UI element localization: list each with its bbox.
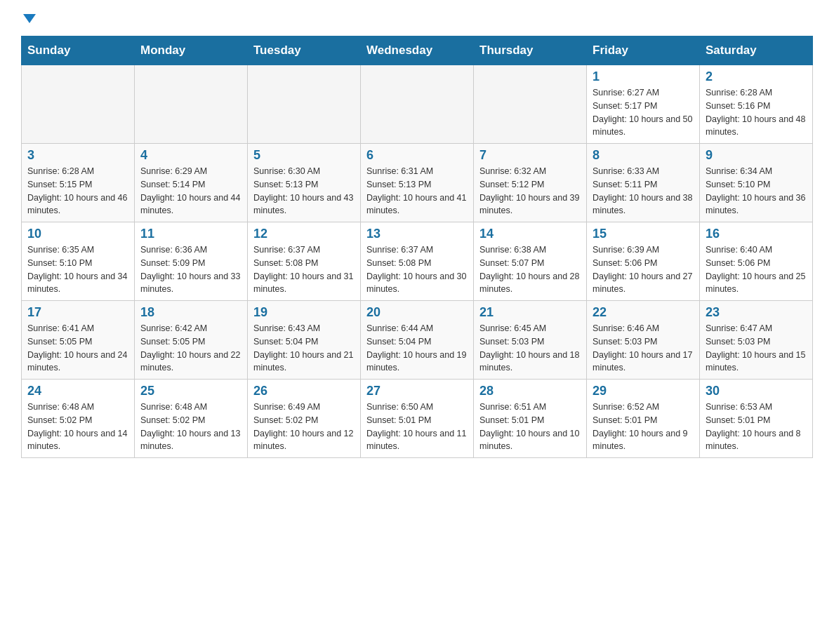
calendar-header-tuesday: Tuesday xyxy=(248,36,361,65)
calendar-cell: 23Sunrise: 6:47 AM Sunset: 5:03 PM Dayli… xyxy=(700,301,813,380)
calendar-cell: 25Sunrise: 6:48 AM Sunset: 5:02 PM Dayli… xyxy=(135,380,248,458)
calendar-cell: 16Sunrise: 6:40 AM Sunset: 5:06 PM Dayli… xyxy=(700,222,813,301)
day-info: Sunrise: 6:50 AM Sunset: 5:01 PM Dayligh… xyxy=(366,401,468,453)
day-info: Sunrise: 6:31 AM Sunset: 5:13 PM Dayligh… xyxy=(366,165,468,217)
calendar-cell: 29Sunrise: 6:52 AM Sunset: 5:01 PM Dayli… xyxy=(587,380,700,458)
day-number: 3 xyxy=(27,148,128,163)
day-number: 26 xyxy=(253,384,355,398)
day-info: Sunrise: 6:32 AM Sunset: 5:12 PM Dayligh… xyxy=(479,165,581,217)
calendar-cell: 18Sunrise: 6:42 AM Sunset: 5:05 PM Dayli… xyxy=(135,301,248,380)
day-number: 29 xyxy=(593,384,694,398)
day-info: Sunrise: 6:53 AM Sunset: 5:01 PM Dayligh… xyxy=(706,401,807,453)
calendar-header-sunday: Sunday xyxy=(22,36,135,65)
day-info: Sunrise: 6:34 AM Sunset: 5:10 PM Dayligh… xyxy=(706,165,807,217)
calendar-week-row: 10Sunrise: 6:35 AM Sunset: 5:10 PM Dayli… xyxy=(22,222,813,301)
calendar-cell: 14Sunrise: 6:38 AM Sunset: 5:07 PM Dayli… xyxy=(474,222,587,301)
day-info: Sunrise: 6:48 AM Sunset: 5:02 PM Dayligh… xyxy=(27,401,128,453)
day-number: 19 xyxy=(253,305,355,320)
calendar-cell: 5Sunrise: 6:30 AM Sunset: 5:13 PM Daylig… xyxy=(248,144,361,222)
calendar-cell: 4Sunrise: 6:29 AM Sunset: 5:14 PM Daylig… xyxy=(135,144,248,222)
day-number: 21 xyxy=(479,305,581,320)
calendar-week-row: 24Sunrise: 6:48 AM Sunset: 5:02 PM Dayli… xyxy=(22,380,813,458)
calendar-cell: 20Sunrise: 6:44 AM Sunset: 5:04 PM Dayli… xyxy=(361,301,474,380)
day-number: 8 xyxy=(593,148,694,163)
calendar-cell: 17Sunrise: 6:41 AM Sunset: 5:05 PM Dayli… xyxy=(22,301,135,380)
calendar-cell xyxy=(135,65,248,144)
day-number: 6 xyxy=(366,148,468,163)
day-info: Sunrise: 6:46 AM Sunset: 5:03 PM Dayligh… xyxy=(593,322,694,375)
calendar-header-row: SundayMondayTuesdayWednesdayThursdayFrid… xyxy=(22,36,813,65)
day-info: Sunrise: 6:37 AM Sunset: 5:08 PM Dayligh… xyxy=(366,243,468,296)
day-info: Sunrise: 6:29 AM Sunset: 5:14 PM Dayligh… xyxy=(140,165,241,217)
calendar-cell: 26Sunrise: 6:49 AM Sunset: 5:02 PM Dayli… xyxy=(248,380,361,458)
calendar-cell: 10Sunrise: 6:35 AM Sunset: 5:10 PM Dayli… xyxy=(22,222,135,301)
calendar-header-wednesday: Wednesday xyxy=(361,36,474,65)
calendar-header-monday: Monday xyxy=(135,36,248,65)
day-info: Sunrise: 6:28 AM Sunset: 5:15 PM Dayligh… xyxy=(27,165,128,217)
day-info: Sunrise: 6:40 AM Sunset: 5:06 PM Dayligh… xyxy=(706,243,807,296)
day-info: Sunrise: 6:51 AM Sunset: 5:01 PM Dayligh… xyxy=(479,401,581,453)
day-info: Sunrise: 6:27 AM Sunset: 5:17 PM Dayligh… xyxy=(593,86,694,139)
calendar-cell: 11Sunrise: 6:36 AM Sunset: 5:09 PM Dayli… xyxy=(135,222,248,301)
calendar-cell: 19Sunrise: 6:43 AM Sunset: 5:04 PM Dayli… xyxy=(248,301,361,380)
day-info: Sunrise: 6:39 AM Sunset: 5:06 PM Dayligh… xyxy=(593,243,694,296)
day-number: 15 xyxy=(593,227,694,241)
calendar-cell xyxy=(248,65,361,144)
calendar-table: SundayMondayTuesdayWednesdayThursdayFrid… xyxy=(21,36,813,458)
calendar-week-row: 3Sunrise: 6:28 AM Sunset: 5:15 PM Daylig… xyxy=(22,144,813,222)
day-info: Sunrise: 6:38 AM Sunset: 5:07 PM Dayligh… xyxy=(479,243,581,296)
day-info: Sunrise: 6:28 AM Sunset: 5:16 PM Dayligh… xyxy=(706,86,807,139)
calendar-cell: 22Sunrise: 6:46 AM Sunset: 5:03 PM Dayli… xyxy=(587,301,700,380)
calendar-cell: 9Sunrise: 6:34 AM Sunset: 5:10 PM Daylig… xyxy=(700,144,813,222)
calendar-cell: 28Sunrise: 6:51 AM Sunset: 5:01 PM Dayli… xyxy=(474,380,587,458)
day-info: Sunrise: 6:43 AM Sunset: 5:04 PM Dayligh… xyxy=(253,322,355,375)
calendar-cell: 2Sunrise: 6:28 AM Sunset: 5:16 PM Daylig… xyxy=(700,65,813,144)
day-info: Sunrise: 6:49 AM Sunset: 5:02 PM Dayligh… xyxy=(253,401,355,453)
day-info: Sunrise: 6:36 AM Sunset: 5:09 PM Dayligh… xyxy=(140,243,241,296)
day-info: Sunrise: 6:33 AM Sunset: 5:11 PM Dayligh… xyxy=(593,165,694,217)
calendar-cell: 8Sunrise: 6:33 AM Sunset: 5:11 PM Daylig… xyxy=(587,144,700,222)
day-number: 25 xyxy=(140,384,241,398)
calendar-week-row: 1Sunrise: 6:27 AM Sunset: 5:17 PM Daylig… xyxy=(22,65,813,144)
day-number: 20 xyxy=(366,305,468,320)
day-number: 27 xyxy=(366,384,468,398)
calendar-cell: 13Sunrise: 6:37 AM Sunset: 5:08 PM Dayli… xyxy=(361,222,474,301)
day-number: 23 xyxy=(706,305,807,320)
day-info: Sunrise: 6:44 AM Sunset: 5:04 PM Dayligh… xyxy=(366,322,468,375)
day-number: 2 xyxy=(706,69,807,84)
day-number: 10 xyxy=(27,227,128,241)
day-info: Sunrise: 6:47 AM Sunset: 5:03 PM Dayligh… xyxy=(706,322,807,375)
calendar-cell: 12Sunrise: 6:37 AM Sunset: 5:08 PM Dayli… xyxy=(248,222,361,301)
day-info: Sunrise: 6:45 AM Sunset: 5:03 PM Dayligh… xyxy=(479,322,581,375)
calendar-cell: 6Sunrise: 6:31 AM Sunset: 5:13 PM Daylig… xyxy=(361,144,474,222)
calendar-cell xyxy=(474,65,587,144)
day-number: 28 xyxy=(479,384,581,398)
logo-triangle-icon xyxy=(23,14,36,23)
day-number: 17 xyxy=(27,305,128,320)
calendar-header-friday: Friday xyxy=(587,36,700,65)
calendar-cell: 27Sunrise: 6:50 AM Sunset: 5:01 PM Dayli… xyxy=(361,380,474,458)
calendar-week-row: 17Sunrise: 6:41 AM Sunset: 5:05 PM Dayli… xyxy=(22,301,813,380)
calendar-cell xyxy=(22,65,135,144)
day-info: Sunrise: 6:41 AM Sunset: 5:05 PM Dayligh… xyxy=(27,322,128,375)
day-number: 7 xyxy=(479,148,581,163)
calendar-cell: 1Sunrise: 6:27 AM Sunset: 5:17 PM Daylig… xyxy=(587,65,700,144)
day-number: 24 xyxy=(27,384,128,398)
day-number: 18 xyxy=(140,305,241,320)
day-number: 30 xyxy=(706,384,807,398)
day-number: 11 xyxy=(140,227,241,241)
day-info: Sunrise: 6:42 AM Sunset: 5:05 PM Dayligh… xyxy=(140,322,241,375)
calendar-header-saturday: Saturday xyxy=(700,36,813,65)
calendar-cell: 15Sunrise: 6:39 AM Sunset: 5:06 PM Dayli… xyxy=(587,222,700,301)
page-header xyxy=(21,14,813,22)
calendar-cell: 7Sunrise: 6:32 AM Sunset: 5:12 PM Daylig… xyxy=(474,144,587,222)
day-number: 14 xyxy=(479,227,581,241)
day-number: 16 xyxy=(706,227,807,241)
day-number: 22 xyxy=(593,305,694,320)
calendar-cell xyxy=(361,65,474,144)
day-number: 12 xyxy=(253,227,355,241)
day-number: 9 xyxy=(706,148,807,163)
calendar-cell: 24Sunrise: 6:48 AM Sunset: 5:02 PM Dayli… xyxy=(22,380,135,458)
day-info: Sunrise: 6:52 AM Sunset: 5:01 PM Dayligh… xyxy=(593,401,694,453)
day-number: 4 xyxy=(140,148,241,163)
